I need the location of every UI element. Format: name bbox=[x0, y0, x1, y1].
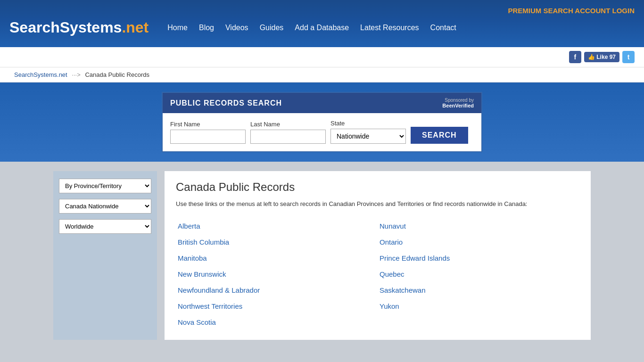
first-name-label: First Name bbox=[170, 121, 246, 128]
breadcrumb-separator: ···> bbox=[72, 71, 80, 78]
worldwide-dropdown[interactable]: Worldwide United States Canada bbox=[59, 219, 151, 234]
breadcrumb-current: Canada Public Records bbox=[85, 71, 149, 78]
main-layout: By Province/Territory Alberta British Co… bbox=[44, 162, 600, 354]
province-yukon[interactable]: Yukon bbox=[378, 298, 579, 314]
state-field: State Nationwide bbox=[330, 120, 406, 144]
sidebar: By Province/Territory Alberta British Co… bbox=[53, 171, 157, 340]
main-content: Canada Public Records Use these links or… bbox=[165, 171, 591, 340]
search-form: First Name Last Name State Nationwide SE… bbox=[163, 113, 481, 151]
logo-suffix: .net bbox=[122, 19, 149, 36]
last-name-field: Last Name bbox=[250, 121, 326, 144]
search-widget-header: PUBLIC RECORDS SEARCH Sponsored by BeenV… bbox=[163, 93, 481, 113]
state-label: State bbox=[330, 120, 406, 127]
nav-blog[interactable]: Blog bbox=[199, 24, 214, 32]
fb-like-badge[interactable]: 👍 Like 97 bbox=[584, 52, 619, 62]
province-nova-scotia[interactable]: Nova Scotia bbox=[176, 314, 378, 330]
province-nunavut[interactable]: Nunavut bbox=[378, 218, 579, 234]
state-select[interactable]: Nationwide bbox=[330, 129, 406, 144]
search-button[interactable]: SEARCH bbox=[411, 127, 468, 144]
nav-guides[interactable]: Guides bbox=[260, 24, 284, 32]
sponsored-by: Sponsored by BeenVerified bbox=[442, 98, 474, 108]
province-british-columbia[interactable]: British Columbia bbox=[176, 234, 378, 250]
nav-videos[interactable]: Videos bbox=[225, 24, 248, 32]
provinces-left-col: Alberta British Columbia Manitoba New Br… bbox=[176, 218, 378, 330]
nav-contact[interactable]: Contact bbox=[430, 24, 456, 32]
provinces-right-col: Nunavut Ontario Prince Edward Islands Qu… bbox=[378, 218, 579, 330]
province-saskatchewan[interactable]: Saskatchewan bbox=[378, 282, 579, 298]
twitter-icon[interactable]: t bbox=[622, 51, 635, 63]
first-name-input[interactable] bbox=[170, 130, 246, 144]
province-ontario[interactable]: Ontario bbox=[378, 234, 579, 250]
last-name-label: Last Name bbox=[250, 121, 326, 128]
province-pei[interactable]: Prince Edward Islands bbox=[378, 250, 579, 266]
site-logo: SearchSystems.net bbox=[9, 19, 149, 36]
logo-text: SearchSystems bbox=[9, 19, 122, 36]
main-nav: Home Blog Videos Guides Add a Database L… bbox=[167, 24, 456, 32]
province-dropdown[interactable]: By Province/Territory Alberta British Co… bbox=[59, 179, 151, 193]
description: Use these links or the menus at left to … bbox=[176, 199, 579, 209]
province-new-brunswick[interactable]: New Brunswick bbox=[176, 266, 378, 282]
nav-latest-resources[interactable]: Latest Resources bbox=[360, 24, 419, 32]
breadcrumb: SearchSystems.net ···> Canada Public Rec… bbox=[0, 67, 644, 82]
provinces-grid: Alberta British Columbia Manitoba New Br… bbox=[176, 218, 579, 330]
province-northwest-territories[interactable]: Northwest Territories bbox=[176, 298, 378, 314]
province-manitoba[interactable]: Manitoba bbox=[176, 250, 378, 266]
nav-add-database[interactable]: Add a Database bbox=[295, 24, 349, 32]
premium-login-link[interactable]: PREMIUM SEARCH ACCOUNT LOGIN bbox=[508, 7, 635, 15]
social-bar: f 👍 Like 97 t bbox=[0, 47, 644, 67]
nationwide-dropdown[interactable]: Canada Nationwide All Canada bbox=[59, 199, 151, 214]
first-name-field: First Name bbox=[170, 121, 246, 144]
search-widget-title: PUBLIC RECORDS SEARCH bbox=[170, 99, 282, 107]
breadcrumb-home[interactable]: SearchSystems.net bbox=[14, 71, 67, 78]
nav-home[interactable]: Home bbox=[167, 24, 188, 32]
facebook-icon[interactable]: f bbox=[569, 51, 581, 63]
page-title: Canada Public Records bbox=[176, 181, 579, 194]
search-widget: PUBLIC RECORDS SEARCH Sponsored by BeenV… bbox=[162, 92, 482, 152]
province-newfoundland[interactable]: Newfoundland & Labrador bbox=[176, 282, 378, 298]
province-alberta[interactable]: Alberta bbox=[176, 218, 378, 234]
last-name-input[interactable] bbox=[250, 130, 326, 144]
search-widget-container: PUBLIC RECORDS SEARCH Sponsored by BeenV… bbox=[0, 82, 644, 162]
province-quebec[interactable]: Quebec bbox=[378, 266, 579, 282]
